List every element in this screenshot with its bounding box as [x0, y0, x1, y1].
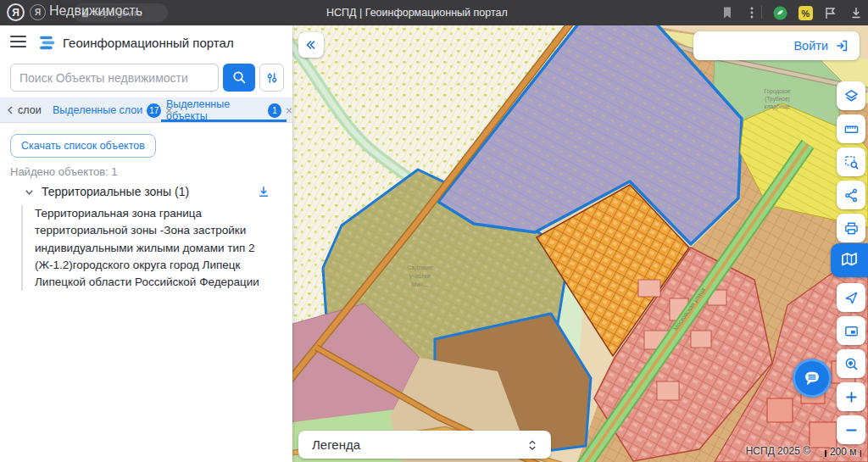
portal-title: Геоинформационный портал — [63, 36, 234, 50]
select-area-icon — [843, 154, 860, 170]
page-title: НСПД | Геоинформационный портал — [326, 7, 508, 19]
download-group-icon[interactable] — [256, 184, 271, 199]
share-button[interactable] — [837, 181, 865, 209]
svg-text:кладбище: кладбище — [765, 103, 791, 110]
tab-collapse-arrow-icon — [7, 106, 14, 114]
toolbar-divider — [761, 6, 762, 19]
flag-icon[interactable] — [824, 6, 837, 19]
search-location-button[interactable] — [837, 349, 865, 378]
expand-collapse-icon[interactable] — [526, 437, 539, 453]
chat-support-button[interactable] — [793, 359, 832, 398]
section-title: Территориальные зоны (1) — [42, 185, 189, 198]
zoom-in-button[interactable] — [837, 382, 865, 411]
search-input[interactable] — [10, 64, 219, 92]
bookmark-icon[interactable] — [721, 6, 733, 19]
scale-bar: 200 м — [825, 447, 861, 457]
map-canvas[interactable]: Садовые участки Мич... Городское (Трубно… — [292, 25, 868, 462]
scale-tick-left — [825, 450, 826, 457]
close-icon[interactable] — [286, 107, 292, 114]
download-object-list-button[interactable]: Скачать список объектов — [10, 134, 156, 158]
svg-text:участки: участки — [409, 273, 431, 280]
portal-logo-icon — [37, 33, 57, 53]
map-area: Садовые участки Мич... Городское (Трубно… — [292, 25, 868, 462]
measure-button[interactable] — [837, 114, 865, 143]
plus-icon — [843, 389, 860, 405]
sliders-icon — [264, 70, 280, 86]
sidebar-collapse-button[interactable] — [298, 32, 324, 58]
chevron-down-icon — [24, 186, 35, 198]
cemetery-label: Городское (Трубное) кладбище — [765, 88, 791, 110]
sidebar: Геоинформационный портал слои Выделенные… — [0, 25, 292, 462]
sketch-tool-button-active[interactable] — [831, 243, 868, 277]
print-button[interactable] — [837, 214, 865, 242]
share-icon — [843, 187, 860, 203]
ruler-icon — [843, 121, 860, 137]
menu-dots-icon[interactable] — [749, 6, 754, 19]
tab-layers-label: слои — [18, 104, 42, 116]
layers-icon — [843, 88, 860, 104]
layers-button[interactable] — [837, 81, 865, 110]
selected-layers-count-badge: 17 — [147, 103, 161, 118]
legend-bar[interactable]: Легенда — [298, 431, 551, 459]
locate-me-button[interactable] — [837, 283, 865, 312]
tabs-bar: слои Выделенные слои 17 Выделенные объек… — [0, 97, 292, 123]
map-attribution: НСПД 2025 © — [746, 445, 810, 457]
navigation-arrow-icon — [843, 290, 860, 306]
tab-title[interactable]: Недвижимость — [49, 3, 142, 19]
hamburger-menu-icon[interactable] — [10, 34, 29, 49]
scale-label: 200 м — [830, 447, 857, 457]
login-arrow-icon — [834, 38, 849, 53]
browser-profile-icon[interactable]: Я — [30, 4, 46, 20]
object-description[interactable]: Территориальная зона граница территориал… — [21, 205, 282, 291]
chat-bubble-icon — [801, 367, 823, 389]
search-icon — [231, 70, 248, 86]
login-button[interactable]: Войти — [693, 31, 860, 60]
sketch-map-icon — [839, 250, 860, 270]
active-tab-underline — [161, 120, 287, 122]
print-icon — [843, 220, 860, 237]
legend-label: Легенда — [312, 437, 360, 452]
tab-selected-objects-label: Выделенные объекты — [166, 98, 264, 122]
found-objects-count: Найдено объектов: 1 — [10, 165, 118, 178]
search-button[interactable] — [223, 64, 255, 92]
download-icon[interactable] — [849, 6, 863, 19]
pin-search-icon — [843, 356, 860, 372]
tab-selected-layers[interactable]: Выделенные слои 17 — [53, 97, 173, 123]
minimap-icon — [843, 323, 860, 339]
svg-text:Садовые: Садовые — [407, 264, 432, 271]
territorial-zones-section[interactable]: Территориальные зоны (1) — [24, 183, 278, 200]
svg-text:(Трубное): (Трубное) — [765, 96, 789, 103]
minus-icon — [843, 422, 860, 438]
selected-objects-count-badge: 1 — [268, 103, 281, 118]
scale-tick-right — [860, 450, 862, 457]
minimap-button[interactable] — [837, 316, 865, 345]
browser-top-bar: Я Я nspd.gov.ru Недвижимость НСПД | Геои… — [0, 0, 868, 25]
extension-green-icon[interactable] — [773, 6, 787, 20]
tab-layers[interactable]: слои — [7, 97, 42, 123]
tab-selected-layers-label: Выделенные слои — [53, 104, 142, 116]
svg-text:Мич...: Мич... — [411, 281, 427, 287]
login-label: Войти — [793, 39, 828, 53]
filter-button[interactable] — [259, 64, 284, 92]
double-chevron-left-icon — [303, 37, 319, 53]
svg-text:Городское: Городское — [765, 88, 791, 95]
select-area-button[interactable] — [837, 148, 865, 176]
extension-percent-icon[interactable]: % — [798, 6, 813, 20]
yandex-logo-icon[interactable]: Я — [7, 3, 25, 21]
zoom-out-button[interactable] — [837, 415, 865, 444]
